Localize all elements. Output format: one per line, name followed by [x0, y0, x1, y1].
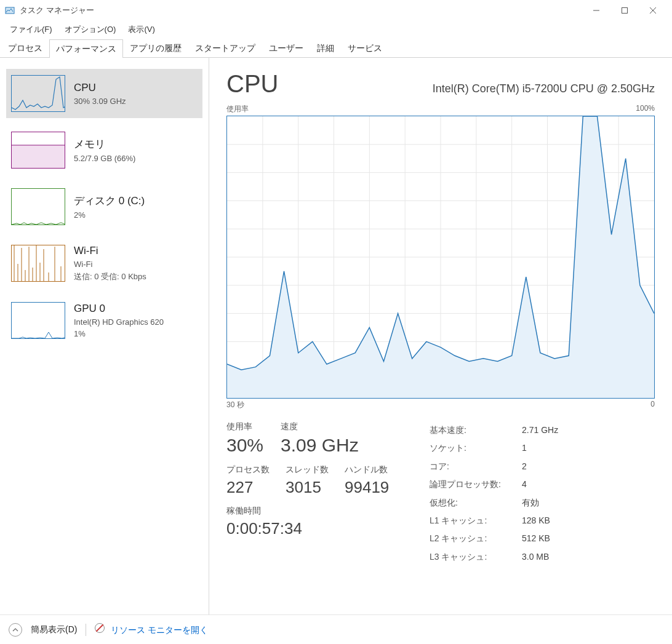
uptime-label: 稼働時間 [226, 506, 411, 517]
cpu-detail-panel: CPU Intel(R) Core(TM) i5-7200U CPU @ 2.5… [209, 58, 672, 614]
processes-label: プロセス数 [226, 464, 270, 475]
memory-thumb [11, 132, 65, 169]
sidebar-cpu-title: CPU [74, 82, 126, 94]
cpu-spec-table: 基本速度:2.71 GHz ソケット: 1 コア: 2 論理プロセッサ数: 4 … [430, 421, 655, 566]
wifi-thumb [11, 245, 65, 282]
logical-label: 論理プロセッサ数: [430, 475, 522, 493]
sidebar-item-gpu[interactable]: GPU 0 Intel(R) HD Graphics 620 1% [6, 296, 202, 345]
tab-users[interactable]: ユーザー [262, 39, 310, 57]
cpu-heading: CPU [226, 70, 278, 98]
menubar: ファイル(F) オプション(O) 表示(V) [0, 21, 672, 38]
sidebar-wifi-sub2: 送信: 0 受信: 0 Kbps [74, 271, 146, 282]
chart-label-100: 100% [636, 104, 655, 114]
l3-label: L3 キャッシュ: [430, 548, 522, 566]
resource-monitor-link[interactable]: リソース モニターを開く [95, 623, 208, 636]
sockets-value: 1 [522, 439, 527, 457]
l3-value: 3.0 MB [522, 548, 549, 566]
disk-thumb [11, 188, 65, 225]
titlebar: タスク マネージャー [0, 0, 672, 21]
threads-label: スレッド数 [286, 464, 329, 475]
close-button[interactable] [639, 0, 667, 21]
minimize-button[interactable] [582, 0, 610, 21]
performance-sidebar: CPU 30% 3.09 GHz メモリ 5.2/7.9 GB (66%) [0, 58, 209, 614]
sidebar-disk-title: ディスク 0 (C:) [74, 194, 145, 208]
base-speed-label: 基本速度: [430, 421, 522, 439]
virt-value: 有効 [522, 494, 539, 512]
maximize-button[interactable] [610, 0, 639, 21]
virt-label: 仮想化: [430, 494, 522, 512]
cpu-model: Intel(R) Core(TM) i5-7200U CPU @ 2.50GHz [433, 82, 655, 95]
cpu-thumb [11, 75, 65, 112]
sidebar-wifi-sub: Wi-Fi [74, 260, 146, 269]
sidebar-disk-sub: 2% [74, 210, 145, 220]
tab-processes[interactable]: プロセス [1, 39, 49, 57]
threads-value: 3015 [286, 478, 329, 497]
sidebar-gpu-sub: Intel(R) HD Graphics 620 [74, 317, 164, 327]
sockets-label: ソケット: [430, 439, 522, 457]
sidebar-item-memory[interactable]: メモリ 5.2/7.9 GB (66%) [6, 125, 202, 175]
l2-value: 512 KB [522, 530, 550, 547]
uptime-value: 0:00:57:34 [226, 519, 411, 538]
logical-value: 4 [522, 475, 527, 493]
l1-value: 128 KB [522, 512, 550, 530]
tab-startup[interactable]: スタートアップ [188, 39, 262, 57]
handles-label: ハンドル数 [345, 464, 389, 475]
cores-value: 2 [522, 458, 527, 475]
chart-label-0: 0 [650, 400, 655, 410]
resource-monitor-label: リソース モニターを開く [111, 625, 208, 635]
menu-view[interactable]: 表示(V) [122, 22, 161, 38]
usage-value: 30% [226, 435, 263, 456]
app-icon [5, 6, 15, 15]
sidebar-memory-title: メモリ [74, 137, 135, 151]
menu-options[interactable]: オプション(O) [58, 22, 122, 38]
svg-rect-5 [12, 145, 65, 169]
sidebar-gpu-sub2: 1% [74, 329, 164, 338]
processes-value: 227 [226, 478, 270, 497]
sidebar-memory-sub: 5.2/7.9 GB (66%) [74, 154, 135, 163]
speed-label: 速度 [281, 421, 359, 432]
chart-label-30s: 30 秒 [226, 400, 244, 410]
footer-separator [86, 624, 86, 636]
fewer-details-toggle[interactable] [9, 623, 22, 637]
sidebar-cpu-sub: 30% 3.09 GHz [74, 97, 126, 106]
chart-label-usage: 使用率 [226, 104, 249, 114]
fewer-details-label[interactable]: 簡易表示(D) [31, 624, 77, 635]
tab-app-history[interactable]: アプリの履歴 [123, 39, 188, 57]
cpu-stats-left: 使用率 30% 速度 3.09 GHz プロセス数 227 スレッド数 [226, 421, 411, 566]
menu-file[interactable]: ファイル(F) [4, 22, 58, 38]
tab-performance[interactable]: パフォーマンス [49, 39, 123, 58]
l1-label: L1 キャッシュ: [430, 512, 522, 530]
sidebar-wifi-title: Wi-Fi [74, 245, 146, 257]
sidebar-item-wifi[interactable]: Wi-Fi Wi-Fi 送信: 0 受信: 0 Kbps [6, 239, 202, 288]
l2-label: L2 キャッシュ: [430, 530, 522, 547]
speed-value: 3.09 GHz [281, 435, 359, 456]
cpu-usage-chart[interactable] [226, 116, 655, 399]
tabstrip: プロセス パフォーマンス アプリの履歴 スタートアップ ユーザー 詳細 サービス [0, 38, 672, 58]
window-title: タスク マネージャー [20, 5, 94, 16]
gpu-thumb [11, 302, 65, 339]
tab-details[interactable]: 詳細 [310, 39, 341, 57]
usage-label: 使用率 [226, 421, 263, 432]
cores-label: コア: [430, 458, 522, 475]
sidebar-item-cpu[interactable]: CPU 30% 3.09 GHz [6, 69, 202, 118]
base-speed-value: 2.71 GHz [522, 421, 558, 439]
resource-monitor-icon [95, 623, 105, 633]
tab-services[interactable]: サービス [341, 39, 389, 57]
sidebar-item-disk[interactable]: ディスク 0 (C:) 2% [6, 182, 202, 231]
sidebar-gpu-title: GPU 0 [74, 303, 164, 315]
footer: 簡易表示(D) リソース モニターを開く [0, 614, 672, 644]
svg-rect-2 [622, 8, 628, 14]
handles-value: 99419 [345, 478, 389, 497]
